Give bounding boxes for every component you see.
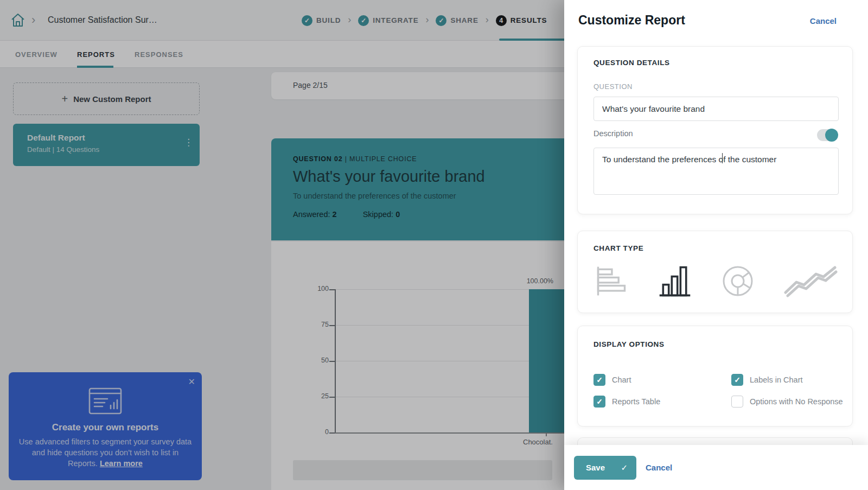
panel-title: Customize Report: [578, 13, 685, 28]
customize-report-panel: Customize Report Cancel QUESTION DETAILS…: [564, 0, 868, 490]
section-header: QUESTION DETAILS: [593, 59, 670, 67]
footer-cancel-link[interactable]: Cancel: [646, 463, 672, 472]
line-chart-icon[interactable]: [782, 264, 839, 298]
description-toggle[interactable]: [817, 129, 838, 141]
question-input[interactable]: [593, 97, 839, 121]
section-header: DISPLAY OPTIONS: [593, 340, 665, 348]
chart-checkbox[interactable]: ✓: [593, 374, 605, 386]
question-field-label: QUESTION: [593, 82, 633, 91]
question-details-card: QUESTION DETAILS QUESTION Description To…: [577, 46, 853, 214]
horizontal-bar-chart-icon[interactable]: [593, 264, 629, 298]
display-options-card: DISPLAY OPTIONS ✓ Chart ✓ Labels in Char…: [577, 326, 853, 427]
text-cursor: [722, 153, 723, 163]
donut-chart-icon[interactable]: [721, 264, 755, 298]
panel-cancel-link[interactable]: Cancel: [810, 16, 837, 26]
display-option: ✓ Labels in Chart: [731, 374, 803, 386]
chart-type-card: CHART TYPE: [577, 231, 853, 313]
display-option: ✓ Chart: [593, 374, 631, 386]
app-root: › Customer Satisfaction Sur… ✓ BUILD › ✓…: [0, 0, 868, 490]
description-label: Description: [593, 129, 633, 138]
save-button[interactable]: Save ✓: [574, 456, 636, 480]
display-option: ✓ Options with No Response: [731, 396, 843, 408]
display-option: ✓ Reports Table: [593, 396, 660, 408]
description-textarea[interactable]: To understand the preferences of the cus…: [593, 148, 839, 195]
no-response-options-checkbox[interactable]: ✓: [731, 396, 743, 408]
labels-in-chart-checkbox[interactable]: ✓: [731, 374, 743, 386]
panel-footer: Save ✓ Cancel: [564, 445, 868, 490]
check-icon: ✓: [621, 463, 628, 473]
reports-table-checkbox[interactable]: ✓: [593, 396, 605, 408]
section-header: CHART TYPE: [593, 244, 643, 252]
chart-type-options: [593, 263, 839, 300]
toggle-knob: [825, 129, 838, 142]
bar-chart-icon[interactable]: [657, 263, 693, 299]
